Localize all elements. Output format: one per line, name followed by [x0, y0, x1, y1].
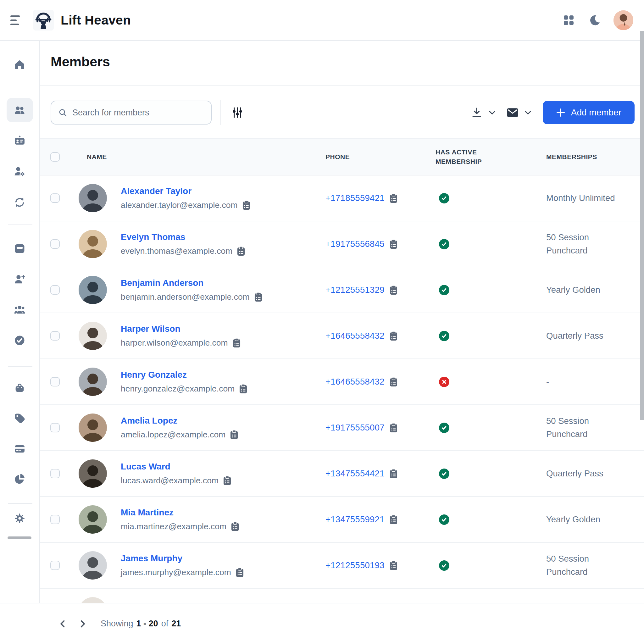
column-header-name[interactable]: NAME: [76, 153, 325, 161]
copy-phone-icon[interactable]: [390, 561, 397, 570]
member-phone[interactable]: +19175555007: [325, 423, 385, 433]
dark-mode-toggle-moon-icon[interactable]: [588, 13, 602, 27]
member-phone[interactable]: +12125550193: [325, 560, 385, 570]
member-phone[interactable]: +12125551329: [325, 285, 385, 295]
menu-toggle-button[interactable]: [10, 13, 24, 27]
copy-email-icon[interactable]: [254, 292, 262, 302]
table-row[interactable]: James Murphy james.murphy@example.com +1…: [40, 543, 644, 589]
column-header-active-membership[interactable]: HAS ACTIVE MEMBERSHIP: [435, 147, 490, 167]
previous-page-button[interactable]: [56, 617, 70, 631]
copy-phone-icon[interactable]: [390, 423, 397, 433]
select-all-checkbox[interactable]: [50, 152, 60, 162]
member-name-link[interactable]: Henry Gonzalez: [121, 370, 187, 380]
table-row[interactable]: Lucas Ward lucas.ward@example.com +13475…: [40, 451, 644, 497]
filters-sliders-icon[interactable]: [229, 104, 246, 121]
copy-phone-icon[interactable]: [390, 285, 397, 295]
copy-phone-icon[interactable]: [390, 331, 397, 341]
row-checkbox[interactable]: [50, 515, 60, 524]
copy-email-icon[interactable]: [236, 568, 244, 577]
row-checkbox[interactable]: [50, 561, 60, 570]
copy-phone-icon[interactable]: [390, 469, 397, 479]
member-avatar: [79, 276, 107, 304]
copy-email-icon[interactable]: [230, 430, 238, 440]
column-header-memberships[interactable]: MEMBERSHIPS: [546, 153, 644, 161]
member-phone[interactable]: +17185559421: [325, 193, 385, 203]
copy-phone-icon[interactable]: [390, 515, 397, 525]
copy-email-icon[interactable]: [231, 522, 239, 531]
gear-icon: [14, 513, 25, 524]
copy-phone-icon[interactable]: [390, 377, 397, 387]
row-checkbox[interactable]: [50, 423, 60, 432]
table-row[interactable]: Benjamin Anderson benjamin.anderson@exam…: [40, 267, 644, 313]
membership-status-icon: [439, 285, 449, 295]
row-checkbox[interactable]: [50, 377, 60, 386]
member-name-link[interactable]: Evelyn Thomas: [121, 232, 185, 242]
copy-phone-icon[interactable]: [390, 193, 397, 203]
member-name-link[interactable]: Alexander Taylor: [121, 186, 192, 196]
member-name-link[interactable]: Harper Wilson: [121, 324, 180, 334]
row-checkbox[interactable]: [50, 285, 60, 295]
sidebar-item-settings[interactable]: [13, 511, 27, 525]
sidebar-item-members-active[interactable]: [7, 98, 33, 122]
table-row[interactable]: Amelia Lopez amelia.lopez@example.com +1…: [40, 405, 644, 451]
copy-email-icon[interactable]: [242, 200, 250, 210]
id-card-icon: [14, 135, 25, 146]
sidebar-item-user-add[interactable]: [13, 272, 27, 286]
sidebar-item-billing[interactable]: [13, 442, 27, 456]
sidebar-item-shop[interactable]: [13, 380, 27, 394]
apps-grid-icon[interactable]: [561, 13, 576, 27]
member-name-link[interactable]: Amelia Lopez: [121, 416, 177, 426]
member-name-link[interactable]: Mia Martinez: [121, 508, 174, 518]
home-icon: [14, 59, 25, 70]
app-logo-icon: [33, 10, 54, 31]
user-avatar[interactable]: [613, 10, 633, 30]
row-checkbox[interactable]: [50, 193, 60, 203]
email-members-icon[interactable]: [506, 106, 519, 119]
table-row[interactable]: Evelyn Thomas evelyn.thomas@example.com …: [40, 221, 644, 267]
sidebar-item-tags[interactable]: [13, 411, 27, 425]
copy-phone-icon[interactable]: [390, 239, 397, 249]
sidebar-item-reports[interactable]: [13, 472, 27, 486]
member-phone[interactable]: +16465558432: [325, 377, 385, 387]
copy-email-icon[interactable]: [239, 384, 247, 394]
copy-email-icon[interactable]: [233, 338, 241, 348]
member-phone[interactable]: +16465558432: [325, 331, 385, 341]
export-download-icon[interactable]: [470, 106, 484, 119]
sidebar-item-check-ins[interactable]: [13, 333, 27, 347]
sidebar-item-groups[interactable]: [13, 303, 27, 317]
search-input[interactable]: [72, 108, 207, 118]
copy-email-icon[interactable]: [237, 246, 245, 256]
sidebar-item-id-card[interactable]: [13, 134, 27, 147]
column-header-phone[interactable]: PHONE: [325, 153, 435, 161]
member-phone[interactable]: +13475554421: [325, 469, 385, 479]
email-chevron-down-icon[interactable]: [523, 107, 533, 118]
next-page-button[interactable]: [75, 617, 89, 631]
table-row[interactable]: Henry Gonzalez henry.gonzalez@example.co…: [40, 359, 644, 405]
membership-status-icon: [439, 469, 449, 479]
sidebar-item-calendar[interactable]: [13, 241, 27, 255]
member-email: james.murphy@example.com: [121, 568, 231, 577]
row-checkbox[interactable]: [50, 239, 60, 249]
sidebar-scrollbar[interactable]: [8, 536, 31, 539]
row-checkbox[interactable]: [50, 469, 60, 478]
sidebar-item-home[interactable]: [13, 58, 27, 71]
sidebar-item-user-settings[interactable]: [13, 164, 27, 178]
export-chevron-down-icon[interactable]: [487, 107, 497, 118]
member-name-link[interactable]: Benjamin Anderson: [121, 278, 203, 288]
sidebar-item-sync[interactable]: [13, 195, 27, 209]
table-row[interactable]: Alexander Taylor alexander.taylor@exampl…: [40, 175, 644, 221]
member-phone[interactable]: +19175556845: [325, 239, 385, 249]
user-plus-icon: [14, 274, 25, 285]
vertical-scrollbar[interactable]: [640, 31, 644, 420]
member-phone[interactable]: +13475559921: [325, 514, 385, 525]
member-name-link[interactable]: James Murphy: [121, 553, 182, 563]
user-gear-icon: [14, 166, 25, 177]
table-row[interactable]: Harper Wilson harper.wilson@example.com …: [40, 313, 644, 359]
copy-email-icon[interactable]: [223, 476, 231, 486]
member-name-link[interactable]: Lucas Ward: [121, 462, 170, 472]
table-row[interactable]: Mia Martinez mia.martinez@example.com +1…: [40, 497, 644, 543]
row-checkbox[interactable]: [50, 331, 60, 341]
showing-range: 1 - 20: [136, 619, 158, 629]
add-member-button[interactable]: Add member: [543, 101, 635, 124]
people-group-icon: [14, 304, 25, 315]
